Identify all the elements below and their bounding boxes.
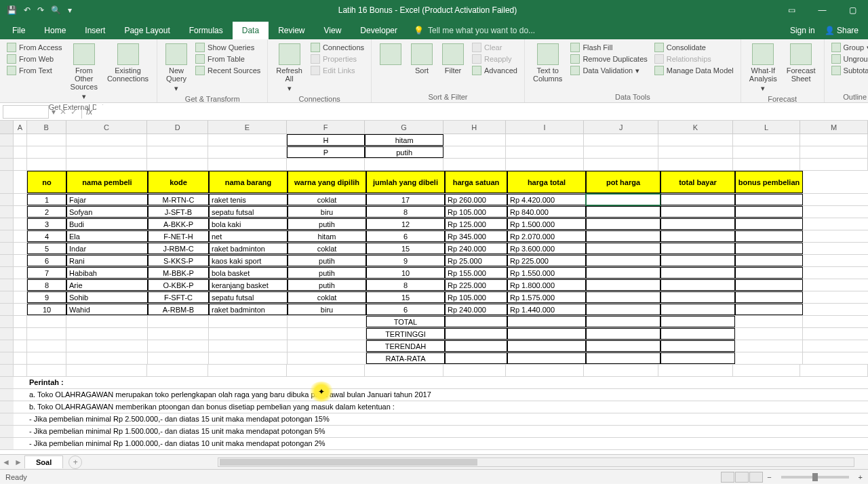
header-cell[interactable]: harga total — [507, 171, 586, 193]
cell[interactable] — [584, 365, 658, 376]
cell[interactable] — [14, 291, 27, 303]
sign-in-link[interactable]: Sign in — [790, 26, 815, 35]
header-cell[interactable]: pot harga — [586, 171, 660, 193]
cell[interactable] — [733, 134, 801, 146]
name-box[interactable] — [3, 105, 49, 119]
cell[interactable] — [365, 365, 443, 376]
cell[interactable]: O-KBK-P — [148, 279, 209, 291]
cell[interactable]: 8 — [366, 279, 445, 291]
cell[interactable] — [208, 159, 287, 170]
tab-developer[interactable]: Developer — [351, 22, 407, 39]
cell[interactable] — [658, 134, 733, 146]
cell[interactable] — [800, 146, 868, 158]
select-all-button[interactable] — [0, 121, 14, 134]
col-header[interactable]: E — [208, 121, 287, 134]
advanced-button[interactable]: Advanced — [471, 65, 519, 76]
cell[interactable] — [800, 159, 868, 170]
data-validation-button[interactable]: Data Validation ▾ — [569, 65, 648, 76]
cell[interactable]: Rp 2.070.000 — [507, 230, 586, 242]
redo-icon[interactable]: ↷ — [37, 5, 44, 15]
cell[interactable] — [445, 340, 507, 352]
cell[interactable] — [660, 267, 735, 279]
cell[interactable]: TERTINGGI — [366, 328, 445, 340]
cell[interactable]: 6 — [366, 230, 445, 242]
cell[interactable]: hitam — [365, 134, 443, 146]
cell[interactable]: P — [287, 146, 366, 158]
cell[interactable]: F-NET-H — [148, 230, 209, 242]
cell[interactable]: Rp 345.000 — [445, 230, 507, 242]
cell[interactable] — [14, 316, 27, 327]
cell[interactable] — [147, 159, 208, 170]
header-cell[interactable]: warna yang dipilih — [288, 171, 366, 193]
cell[interactable] — [800, 365, 868, 376]
horizontal-scrollbar[interactable] — [218, 458, 854, 467]
cell[interactable]: 2 — [27, 206, 66, 218]
cell[interactable] — [586, 352, 660, 364]
share-button[interactable]: 👤 Share — [825, 26, 859, 35]
cell[interactable] — [14, 304, 27, 315]
tab-insert[interactable]: Insert — [75, 22, 115, 39]
from-access-button[interactable]: From Access — [5, 42, 64, 53]
cell[interactable] — [800, 134, 868, 146]
cell[interactable] — [14, 255, 27, 266]
cell[interactable] — [506, 146, 585, 158]
cell[interactable] — [586, 218, 660, 230]
cell[interactable] — [735, 304, 803, 315]
cell[interactable]: Rp 125.000 — [445, 218, 507, 230]
cell[interactable]: M-RTN-C — [148, 194, 209, 205]
cell[interactable] — [66, 159, 148, 170]
cell[interactable]: 9 — [366, 255, 445, 266]
cell[interactable] — [445, 352, 507, 364]
cell[interactable] — [445, 328, 507, 340]
cell[interactable] — [658, 365, 733, 376]
cell[interactable]: 10 — [27, 304, 66, 315]
cell[interactable] — [66, 146, 148, 158]
cell[interactable]: 8 — [27, 279, 66, 291]
col-header[interactable]: K — [658, 121, 733, 134]
cell[interactable] — [288, 340, 366, 352]
from-other-sources-button[interactable]: From Other Sources▾ — [68, 42, 100, 102]
cell[interactable] — [586, 194, 660, 205]
sheet-nav-prev-icon[interactable]: ◄ — [0, 458, 12, 467]
cell[interactable] — [660, 218, 735, 230]
cell[interactable]: 1 — [27, 194, 66, 205]
from-table-button[interactable]: From Table — [194, 54, 262, 64]
cell[interactable] — [735, 267, 803, 279]
cell[interactable] — [506, 159, 585, 170]
cell[interactable] — [735, 328, 803, 340]
cell[interactable] — [209, 328, 288, 340]
zoom-in-button[interactable]: + — [859, 473, 863, 481]
cell[interactable] — [586, 206, 660, 218]
cell[interactable] — [14, 230, 27, 242]
cell[interactable]: coklat — [288, 194, 366, 205]
ribbon-options-icon[interactable]: ▭ — [776, 0, 807, 20]
from-text-button[interactable]: From Text — [5, 65, 64, 76]
remove-duplicates-button[interactable]: Remove Duplicates — [569, 54, 648, 64]
cell[interactable]: putih — [288, 255, 366, 266]
cell[interactable] — [66, 328, 148, 340]
cell[interactable]: TERENDAH — [366, 340, 445, 352]
cell[interactable]: Rp 155.000 — [445, 267, 507, 279]
cell[interactable] — [14, 243, 27, 254]
cell[interactable] — [148, 328, 209, 340]
cell[interactable]: 17 — [366, 194, 445, 205]
cell[interactable] — [506, 134, 585, 146]
cell[interactable] — [148, 316, 209, 327]
cell[interactable]: Fajar — [66, 194, 148, 205]
cell[interactable] — [365, 159, 443, 170]
page-break-view-button[interactable] — [749, 472, 763, 483]
cell[interactable]: Budi — [66, 218, 148, 230]
cell[interactable]: sepatu futsal — [209, 291, 288, 303]
cell[interactable] — [507, 340, 586, 352]
cell[interactable] — [27, 316, 66, 327]
col-header[interactable]: G — [365, 121, 443, 134]
cell[interactable] — [14, 218, 27, 230]
cell[interactable]: raket badminton — [209, 243, 288, 254]
col-header[interactable]: L — [733, 121, 801, 134]
cell[interactable] — [733, 146, 801, 158]
tab-page-layout[interactable]: Page Layout — [115, 22, 179, 39]
existing-connections-button[interactable]: Existing Connections — [104, 42, 151, 84]
cell[interactable] — [208, 134, 287, 146]
header-cell[interactable]: jumlah yang dibeli — [366, 171, 445, 193]
cell[interactable]: putih — [288, 218, 366, 230]
